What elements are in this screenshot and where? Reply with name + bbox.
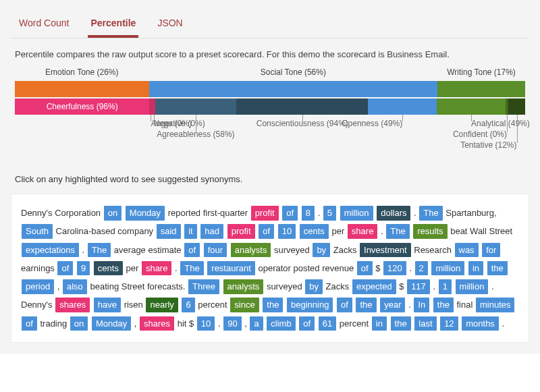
highlighted-word[interactable]: 120 <box>383 261 406 276</box>
highlighted-word[interactable]: nearly <box>146 298 178 312</box>
highlighted-word[interactable]: shares <box>140 316 174 331</box>
highlighted-word[interactable]: million <box>431 261 464 276</box>
highlighted-word[interactable]: In <box>414 298 429 312</box>
chart-top-label: Social Tone (56%) <box>261 67 326 77</box>
tab-percentile[interactable]: Percentile <box>88 12 138 38</box>
highlighted-word[interactable]: last <box>414 316 436 331</box>
page-container: Word Count Percentile JSON Percentile co… <box>0 0 540 354</box>
highlighted-word[interactable]: the <box>356 298 376 312</box>
highlighted-word[interactable]: four <box>204 243 227 258</box>
tab-json[interactable]: JSON <box>155 12 185 38</box>
highlighted-word[interactable]: 5 <box>323 206 336 221</box>
highlighted-word[interactable]: on <box>70 316 88 331</box>
highlighted-word[interactable]: 61 <box>319 316 336 331</box>
highlighted-word[interactable]: also <box>63 279 87 294</box>
highlighted-word[interactable]: had <box>200 224 223 239</box>
highlighted-word[interactable]: of <box>259 224 274 239</box>
highlighted-word[interactable]: cents <box>94 261 123 276</box>
highlighted-word[interactable]: Monday <box>126 206 165 221</box>
highlighted-word[interactable]: profit <box>251 206 279 221</box>
chart-bottom-label-analytical: Analytical (49%) <box>471 119 530 128</box>
highlighted-word[interactable]: the <box>433 298 454 312</box>
chart-top-emotion-tone: Emotion Tone (26%) <box>15 81 149 97</box>
analysis-text-panel: Denny's Corporation on Monday reported f… <box>11 194 529 343</box>
chart-tick <box>154 115 155 121</box>
chart-top-row: Emotion Tone (26%)Social Tone (56%)Writi… <box>15 81 525 97</box>
highlighted-word[interactable]: analysts <box>223 279 264 294</box>
highlighted-word[interactable]: Three <box>188 279 219 294</box>
highlighted-word[interactable]: The <box>419 206 442 221</box>
highlighted-word[interactable]: The <box>386 224 409 239</box>
highlighted-word[interactable]: of <box>184 243 200 258</box>
highlighted-word[interactable]: the <box>391 316 411 331</box>
highlighted-word[interactable]: 6 <box>182 298 194 312</box>
chart-seg-openness <box>368 99 437 115</box>
highlighted-word[interactable]: of <box>282 206 298 221</box>
highlighted-word[interactable]: results <box>413 224 447 239</box>
highlighted-word[interactable]: 12 <box>440 316 458 331</box>
highlighted-word[interactable]: shares <box>55 298 90 312</box>
chart-bottom-row: Cheerfulness (96%) <box>15 99 525 115</box>
highlighted-word[interactable]: million <box>340 206 373 221</box>
chart-bottom-label-negative: Negative (0%) <box>154 119 205 128</box>
highlighted-word[interactable]: 9 <box>77 261 90 276</box>
tone-chart: Emotion Tone (26%)Social Tone (56%)Writi… <box>15 81 525 115</box>
highlighted-word[interactable]: since <box>230 298 259 312</box>
highlighted-word[interactable]: The <box>180 261 203 276</box>
highlighted-word[interactable]: period <box>22 279 54 294</box>
highlighted-word[interactable]: 10 <box>278 224 296 239</box>
highlighted-word[interactable]: Monday <box>92 316 131 331</box>
highlighted-word[interactable]: of <box>22 316 37 331</box>
highlighted-word[interactable]: said <box>157 224 181 239</box>
chart-top-social-tone: Social Tone (56%) <box>149 81 438 97</box>
highlighted-word[interactable]: 117 <box>407 279 430 294</box>
highlighted-word[interactable]: the <box>487 261 508 276</box>
chart-seg-conscientiousness <box>236 99 368 115</box>
highlighted-word[interactable]: by <box>305 279 323 294</box>
highlighted-word[interactable]: by <box>313 243 330 258</box>
highlighted-word[interactable]: 90 <box>223 316 241 331</box>
highlighted-word[interactable]: 8 <box>302 206 315 221</box>
highlighted-word[interactable]: beginning <box>287 298 333 312</box>
highlighted-word[interactable]: of <box>357 261 373 276</box>
highlighted-word[interactable]: year <box>380 298 405 312</box>
highlighted-word[interactable]: on <box>104 206 122 221</box>
chart-seg-analytical <box>437 99 506 115</box>
highlighted-word[interactable]: 2 <box>415 261 428 276</box>
highlighted-word[interactable]: Investment <box>360 243 411 258</box>
highlighted-word[interactable]: of <box>57 261 73 276</box>
highlighted-word[interactable]: share <box>348 224 378 239</box>
highlighted-word[interactable]: 10 <box>197 316 215 331</box>
highlighted-word[interactable]: was <box>455 243 479 258</box>
highlighted-word[interactable]: dollars <box>377 206 410 221</box>
highlighted-word[interactable]: of <box>299 316 315 331</box>
highlighted-word[interactable]: for <box>482 243 500 258</box>
chart-tick <box>402 115 403 121</box>
highlighted-word[interactable]: share <box>142 261 172 276</box>
highlighted-word[interactable]: of <box>337 298 352 312</box>
highlighted-word[interactable]: it <box>184 224 197 239</box>
highlighted-word[interactable]: climb <box>267 316 295 331</box>
highlighted-word[interactable]: cents <box>300 224 329 239</box>
highlighted-word[interactable]: profit <box>227 224 255 239</box>
highlighted-word[interactable]: minutes <box>476 298 515 312</box>
highlighted-word[interactable]: a <box>250 316 263 331</box>
highlighted-word[interactable]: 1 <box>439 279 452 294</box>
chart-top-writing-tone: Writing Tone (17%) <box>437 81 525 97</box>
chart-seg-tentative <box>508 99 525 115</box>
highlighted-word[interactable]: The <box>88 243 111 258</box>
highlighted-word[interactable]: the <box>263 298 283 312</box>
highlighted-word[interactable]: in <box>372 316 387 331</box>
highlighted-word[interactable]: million <box>456 279 489 294</box>
highlighted-word[interactable]: South <box>22 224 53 239</box>
tab-word-count[interactable]: Word Count <box>16 12 72 38</box>
chart-tick <box>507 115 508 132</box>
highlighted-word[interactable]: analysts <box>231 243 271 258</box>
highlighted-word[interactable]: have <box>94 298 121 312</box>
highlighted-word[interactable]: months <box>462 316 499 331</box>
highlighted-word[interactable]: expectations <box>22 243 79 258</box>
highlighted-word[interactable]: expected <box>352 279 396 294</box>
highlighted-word[interactable]: restaurant <box>207 261 255 276</box>
chart-bottom-label-openness: Openness (49%) <box>342 119 402 128</box>
highlighted-word[interactable]: in <box>468 261 483 276</box>
